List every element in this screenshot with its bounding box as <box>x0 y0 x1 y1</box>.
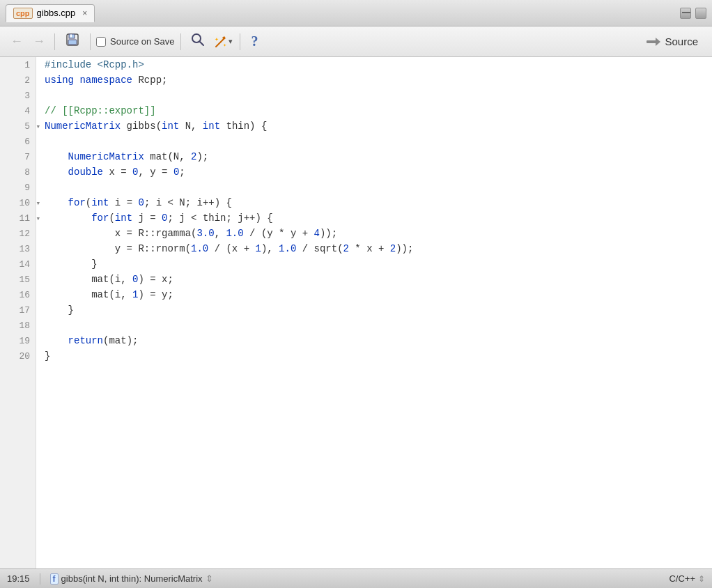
code-line <box>45 134 712 149</box>
line-number: 7 <box>0 149 36 164</box>
line-number: 9 <box>0 180 36 195</box>
kw-token: return <box>68 335 103 346</box>
line-number: 11▾ <box>0 210 36 226</box>
plain-token: } <box>45 304 74 316</box>
save-icon <box>65 33 79 47</box>
num-token: 3.0 <box>196 228 214 239</box>
plain-token: , <box>215 228 226 239</box>
fold-arrow-icon[interactable]: ▾ <box>32 199 40 208</box>
function-label: gibbs(int N, int thin): NumericMatrix <box>61 573 203 584</box>
line-number: 2 <box>0 72 36 88</box>
code-line: for(int j = 0; j < thin; j++) { <box>45 210 712 226</box>
num-token: 1 <box>255 243 261 254</box>
plain-token: thin) { <box>220 121 267 132</box>
plain-token: mat(i, <box>45 274 132 285</box>
line-number: 5▾ <box>0 118 36 134</box>
search-button[interactable] <box>187 30 209 53</box>
help-icon: ? <box>251 33 258 49</box>
plain-token: ( <box>86 197 91 208</box>
plain-token: )); <box>320 228 337 239</box>
tab-close-button[interactable]: × <box>82 8 87 18</box>
code-line: } <box>45 302 712 318</box>
plain-token: / (y * y + <box>244 228 314 239</box>
code-line: return(mat); <box>45 333 712 348</box>
back-button[interactable]: ← <box>7 32 26 51</box>
source-button[interactable]: Source <box>640 33 705 50</box>
language-selector[interactable]: C/C++ ⇕ <box>669 573 705 584</box>
num-token: 2 <box>390 243 396 254</box>
function-sort-icon: ⇕ <box>206 573 213 584</box>
fold-arrow-icon[interactable]: ▾ <box>32 122 40 131</box>
line-number: 12 <box>0 226 36 241</box>
magic-wand-button[interactable]: ✦ ✦ ▾ <box>212 32 234 52</box>
kw-token: for <box>68 197 86 208</box>
plain-token: ; i < N; i++) { <box>144 197 232 208</box>
type-token: NumericMatrix <box>68 151 144 162</box>
line-number: 13 <box>0 241 36 256</box>
plain-token: y = R::rnorm( <box>45 243 191 254</box>
source-on-save-checkbox[interactable] <box>96 37 106 47</box>
kw-token: int <box>91 197 109 208</box>
num-token: 1.0 <box>191 243 208 254</box>
line-number: 14 <box>0 256 36 272</box>
toolbar-sep-1 <box>54 33 55 50</box>
minimize-button[interactable] <box>680 8 691 19</box>
line-number: 18 <box>0 318 36 333</box>
code-line: x = R::rgamma(3.0, 1.0 / (y * y + 4)); <box>45 226 712 241</box>
plain-token: * x + <box>349 243 390 254</box>
source-on-save-container: Source on Save <box>96 36 175 47</box>
svg-rect-10 <box>647 40 656 43</box>
file-tab[interactable]: cpp gibbs.cpp × <box>6 4 95 22</box>
plain-token: / (x + <box>208 243 255 254</box>
fold-arrow-icon[interactable]: ▾ <box>32 214 40 223</box>
line-number: 10▾ <box>0 195 36 210</box>
cpp-icon: cpp <box>13 8 33 19</box>
forward-button[interactable]: → <box>29 32 49 51</box>
kw-token: int <box>203 121 220 132</box>
code-line: } <box>45 256 712 272</box>
maximize-button[interactable] <box>695 8 706 19</box>
plain-token: , y = <box>138 167 173 178</box>
tab-filename: gibbs.cpp <box>37 8 76 18</box>
line-number: 4 <box>0 103 36 118</box>
function-context[interactable]: f gibbs(int N, int thin): NumericMatrix … <box>50 573 213 585</box>
svg-rect-2 <box>68 40 77 45</box>
line-numbers: 12345▾678910▾11▾121314151617181920 <box>0 57 36 568</box>
kw-token: int <box>115 212 132 224</box>
num-token: 2 <box>343 243 349 254</box>
function-icon: f <box>50 573 59 585</box>
line-number: 17 <box>0 302 36 318</box>
comment-token: // [[Rcpp::export]] <box>45 105 156 116</box>
magic-wand-icon: ✦ ✦ <box>213 34 229 49</box>
code-line: NumericMatrix mat(N, 2); <box>45 149 712 164</box>
plain-token: ( <box>109 212 114 224</box>
status-sep-1 <box>40 573 40 585</box>
plain-token: ; <box>179 167 185 178</box>
svg-marker-11 <box>656 38 660 46</box>
plain-token: (mat); <box>103 335 138 346</box>
plain-token <box>45 151 68 162</box>
save-button[interactable] <box>61 30 84 53</box>
plain-token: mat(N, <box>144 151 191 162</box>
plain-token: } <box>45 258 98 270</box>
code-content[interactable]: #include <Rcpp.h>using namespace Rcpp; /… <box>36 57 712 568</box>
line-number: 20 <box>0 348 36 364</box>
code-line <box>45 180 712 195</box>
toolbar-sep-3 <box>180 33 181 50</box>
line-number: 15 <box>0 272 36 287</box>
plain-token: ); <box>196 151 208 162</box>
kw-token: using namespace <box>45 75 132 86</box>
line-number: 16 <box>0 287 36 302</box>
toolbar-sep-2 <box>90 33 91 50</box>
num-token: 0 <box>138 197 144 208</box>
help-button[interactable]: ? <box>246 31 264 52</box>
line-number: 3 <box>0 88 36 103</box>
plain-token: x = R::rgamma( <box>45 228 196 239</box>
search-icon <box>190 32 206 47</box>
line-number: 1 <box>0 57 36 72</box>
code-line: mat(i, 0) = x; <box>45 272 712 287</box>
language-label: C/C++ <box>669 573 695 584</box>
num-token: 1.0 <box>279 243 296 254</box>
dropdown-arrow: ▾ <box>229 37 233 46</box>
code-area: 12345▾678910▾11▾121314151617181920 #incl… <box>0 57 712 568</box>
